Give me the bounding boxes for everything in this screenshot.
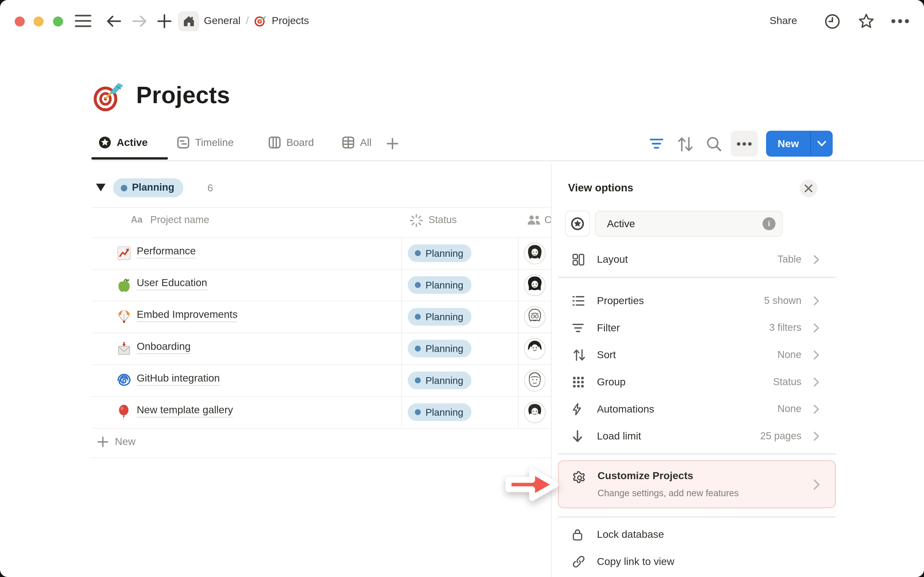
status-label: Planning [425, 248, 463, 259]
tab-label: Board [286, 136, 314, 148]
panel-row-properties[interactable]: Properties 5 shown [558, 287, 835, 314]
table-row[interactable]: GitHub integration Planning [0, 364, 551, 396]
tabs-divider [91, 160, 924, 161]
breadcrumb: General / Projects [204, 15, 309, 27]
share-button[interactable]: Share [769, 15, 797, 27]
sort-icon[interactable] [677, 136, 694, 153]
status-dot [415, 282, 421, 288]
status-badge[interactable]: Planning [408, 340, 472, 357]
breadcrumb-page[interactable]: Projects [272, 15, 309, 27]
table-row[interactable]: User Education Planning [0, 269, 551, 301]
status-label: Planning [425, 343, 463, 355]
tab-active[interactable]: Active [99, 136, 148, 149]
status-badge[interactable]: Planning [408, 371, 472, 389]
tab-timeline[interactable]: Timeline [177, 136, 234, 149]
row-label: Automations [597, 403, 654, 415]
table-row[interactable]: Embed Improvements Planning [0, 301, 551, 332]
new-page-icon[interactable] [157, 14, 171, 28]
traffic-close-button[interactable] [15, 16, 24, 26]
project-page-link[interactable]: Performance [137, 245, 195, 258]
table-row[interactable]: Performance Planning [0, 237, 551, 269]
breadcrumb-workspace[interactable]: General [204, 15, 241, 27]
sidebar-menu-icon[interactable] [75, 14, 91, 28]
updates-clock-icon[interactable] [824, 13, 840, 29]
row-value: None [777, 403, 801, 415]
table-row[interactable]: Onboarding Planning [0, 333, 551, 364]
view-icon-button[interactable] [565, 211, 590, 237]
row-label: Layout [597, 253, 628, 266]
group-toggle-icon[interactable] [96, 184, 105, 191]
back-icon[interactable] [106, 15, 121, 27]
status-badge[interactable]: Planning [408, 308, 472, 326]
column-header-name[interactable]: Project name [150, 214, 209, 226]
panel-row-copy-link[interactable]: Copy link to view [558, 548, 835, 575]
project-page-link[interactable]: Embed Improvements [137, 308, 237, 322]
home-button[interactable] [178, 11, 199, 31]
avatar [524, 369, 546, 392]
view-options-panel: View options Active i [551, 163, 924, 577]
row-label: Filter [597, 322, 620, 334]
more-options-icon[interactable] [891, 19, 910, 24]
tab-board[interactable]: Board [268, 136, 314, 149]
row-value: 3 filters [769, 322, 801, 334]
traffic-minimize-button[interactable] [34, 16, 44, 26]
parachute-emoji [117, 309, 131, 324]
tab-all[interactable]: All [342, 136, 372, 149]
row-label: Load limit [597, 430, 641, 442]
project-page-link[interactable]: GitHub integration [137, 372, 220, 386]
status-dot [121, 185, 127, 191]
close-panel-button[interactable] [800, 180, 817, 197]
view-settings-button[interactable] [731, 131, 758, 157]
customize-projects-button[interactable]: Customize Projects Change settings, add … [558, 460, 835, 508]
project-page-link[interactable]: User Education [137, 277, 207, 290]
row-label: Copy link to view [597, 556, 674, 568]
column-header-owner-clipped[interactable]: Owner [544, 214, 551, 227]
tab-label: All [360, 136, 372, 148]
favorite-star-icon[interactable] [858, 13, 875, 29]
chart-increasing-emoji [117, 246, 131, 260]
add-view-icon[interactable] [387, 138, 399, 150]
panel-row-automations[interactable]: Automations None [558, 396, 835, 423]
status-badge[interactable]: Planning [408, 403, 472, 421]
panel-row-filter[interactable]: Filter 3 filters [558, 314, 835, 342]
page-title: Projects [136, 82, 230, 108]
new-button[interactable]: New [766, 131, 811, 157]
status-dot [415, 314, 421, 319]
sort-menu-icon [572, 349, 586, 362]
status-label: Planning [425, 375, 463, 386]
panel-row-group[interactable]: Group Status [558, 369, 835, 396]
group-status-pill[interactable]: Planning [113, 178, 183, 197]
search-icon[interactable] [706, 136, 722, 152]
annotation-arrow-icon [504, 464, 561, 505]
incoming-envelope-emoji [117, 342, 131, 356]
avatar [524, 338, 546, 359]
filter-icon[interactable] [649, 137, 664, 150]
info-icon[interactable]: i [762, 218, 775, 230]
avatar [524, 306, 546, 328]
column-header-status[interactable]: Status [428, 214, 457, 226]
status-badge[interactable]: Planning [408, 276, 472, 294]
new-dropdown-button[interactable] [811, 131, 833, 157]
row-divider [91, 428, 551, 429]
panel-row-sort[interactable]: Sort None [558, 342, 835, 369]
chevron-right-icon [813, 377, 819, 387]
panel-row-lock-database[interactable]: Lock database [558, 521, 835, 548]
chevron-right-icon [813, 479, 820, 490]
panel-row-layout[interactable]: Layout Table [558, 246, 835, 273]
panel-row-load-limit[interactable]: Load limit 25 pages [558, 423, 835, 450]
green-apple-emoji [117, 278, 131, 292]
traffic-zoom-button[interactable] [53, 16, 63, 26]
status-badge[interactable]: Planning [408, 244, 472, 262]
layout-icon [572, 253, 585, 266]
chevron-right-icon [813, 296, 819, 306]
view-name-input[interactable]: Active i [595, 211, 782, 237]
add-row-button[interactable]: New [97, 436, 136, 448]
target-emoji-icon [254, 15, 267, 27]
row-label: Group [597, 376, 626, 388]
chevron-right-icon [813, 405, 819, 414]
group-menu-icon [572, 376, 585, 388]
table-row[interactable]: New template gallery Planning [0, 396, 551, 428]
forward-icon[interactable] [132, 15, 147, 27]
project-page-link[interactable]: Onboarding [137, 340, 191, 354]
project-page-link[interactable]: New template gallery [137, 404, 233, 417]
